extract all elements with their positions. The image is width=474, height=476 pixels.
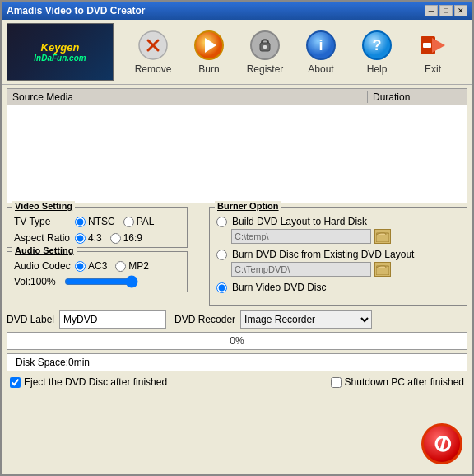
burner-burn-video-radio[interactable]: [216, 282, 227, 293]
disk-space-row: Disk Space:0min: [7, 353, 467, 371]
tv-ntsc-option[interactable]: NTSC: [75, 216, 115, 227]
video-setting-title: Video Setting: [12, 201, 75, 211]
shutdown-checkbox[interactable]: [331, 377, 342, 388]
dvd-label-input[interactable]: [59, 310, 166, 329]
progress-area: 0%: [7, 332, 467, 350]
main-window: Amadis Video to DVD Creator ─ □ ✕ Keygen…: [0, 0, 474, 476]
build-layout-path-row: [231, 229, 460, 244]
about-button[interactable]: i About: [293, 27, 349, 77]
build-layout-folder-btn[interactable]: [374, 229, 391, 244]
svg-marker-11: [432, 38, 445, 53]
help-icon: ?: [360, 29, 393, 62]
progress-bar: 0%: [7, 332, 467, 350]
logo-area: Keygen InDaFun.com: [7, 23, 114, 81]
maximize-button[interactable]: □: [439, 5, 453, 16]
eject-check-label[interactable]: Eject the DVD Disc after finished: [10, 376, 167, 388]
exit-icon: [416, 29, 449, 62]
file-list-body[interactable]: [7, 105, 467, 203]
burner-burn-existing-row: Burn DVD Disc from Existing DVD Layout: [216, 249, 460, 260]
register-icon: [249, 29, 281, 62]
svg-rect-5: [263, 45, 267, 49]
burner-option-panel: Burner Option Build DVD Layout to Hard D…: [209, 207, 467, 306]
burn-existing-path-row: [231, 262, 460, 277]
burner-build-layout-radio[interactable]: [216, 217, 227, 227]
tv-pal-option[interactable]: PAL: [123, 216, 155, 227]
burn-button[interactable]: Burn: [181, 27, 237, 77]
codec-row: Audio Codec AC3 MP2: [14, 260, 180, 272]
burn-existing-path-input[interactable]: [231, 262, 371, 277]
vol-row: Vol:100%: [14, 275, 180, 288]
dvd-label-group: DVD Label: [7, 310, 166, 329]
remove-button[interactable]: Remove: [125, 27, 181, 77]
main-content: Source Media Duration Video Setting TV T…: [2, 85, 472, 474]
eject-checkbox[interactable]: [10, 377, 21, 388]
aspect-169-option[interactable]: 16:9: [110, 232, 142, 244]
build-layout-path-input[interactable]: [231, 229, 371, 244]
about-icon: i: [304, 29, 337, 62]
svg-text:i: i: [318, 37, 323, 54]
codec-ac3-radio[interactable]: [75, 261, 86, 272]
aspect-43-option[interactable]: 4:3: [75, 232, 102, 244]
remove-label: Remove: [135, 63, 172, 75]
settings-row: Video Setting TV Type NTSC PAL: [7, 207, 467, 306]
minimize-button[interactable]: ─: [425, 5, 438, 16]
burner-burn-existing-label: Burn DVD Disc from Existing DVD Layout: [232, 249, 414, 260]
aspect-options: 4:3 16:9: [75, 232, 142, 244]
close-button[interactable]: ✕: [454, 5, 467, 16]
help-button[interactable]: ? Help: [349, 27, 405, 77]
bottom-checks: Eject the DVD Disc after finished Shutdo…: [7, 375, 467, 390]
burner-burn-existing-radio[interactable]: [216, 250, 227, 260]
register-label: Register: [247, 63, 284, 75]
eject-label: Eject the DVD Disc after finished: [24, 376, 167, 388]
svg-text:?: ?: [373, 37, 382, 54]
help-label: Help: [367, 63, 388, 75]
codec-options: AC3 MP2: [75, 260, 149, 272]
video-setting-panel: Video Setting TV Type NTSC PAL: [7, 207, 188, 248]
tv-pal-label: PAL: [137, 216, 155, 227]
burner-build-layout-row: Build DVD Layout to Hard Disk: [216, 216, 460, 227]
tv-type-options: NTSC PAL: [75, 216, 154, 227]
logo-indafun: InDaFun.com: [34, 54, 86, 63]
window-controls: ─ □ ✕: [425, 5, 467, 16]
tv-type-row: TV Type NTSC PAL: [14, 216, 180, 227]
progress-label: 0%: [230, 335, 244, 347]
label-recoder-row: DVD Label DVD Recoder Image Recorder: [7, 310, 467, 329]
burner-burn-video-row: Burn Video DVD Disc: [216, 282, 460, 293]
shutdown-check-label[interactable]: Shutdown PC after finished: [331, 376, 464, 388]
codec-ac3-label: AC3: [88, 260, 107, 272]
codec-mp2-radio[interactable]: [115, 261, 126, 272]
about-label: About: [308, 63, 333, 75]
exit-label: Exit: [425, 63, 441, 75]
dvd-recoder-select[interactable]: Image Recorder: [240, 310, 372, 329]
aspect-43-radio[interactable]: [75, 233, 86, 244]
disk-space-label: Disk Space:0min: [16, 357, 90, 368]
svg-rect-12: [423, 43, 431, 48]
toolbar: Keygen InDaFun.com Remove: [2, 20, 472, 85]
codec-label: Audio Codec: [14, 260, 72, 272]
audio-setting-panel: Audio Setting Audio Codec AC3 MP2: [7, 251, 188, 292]
dvd-recoder-text: DVD Recoder: [174, 314, 235, 325]
dvd-label-text: DVD Label: [7, 314, 54, 325]
vol-slider[interactable]: [64, 275, 138, 288]
burn-existing-folder-btn[interactable]: [374, 262, 391, 277]
window-title: Amadis Video to DVD Creator: [7, 5, 145, 16]
exit-button[interactable]: Exit: [405, 27, 461, 77]
col-duration: Duration: [368, 91, 467, 103]
codec-ac3-option[interactable]: AC3: [75, 260, 107, 272]
tv-pal-radio[interactable]: [123, 217, 134, 227]
aspect-169-radio[interactable]: [110, 233, 121, 244]
vol-label: Vol:100%: [14, 276, 56, 287]
remove-icon: [137, 29, 170, 62]
dvd-recoder-group: DVD Recoder Image Recorder: [174, 310, 372, 329]
register-button[interactable]: Register: [237, 27, 293, 77]
aspect-169-label: 16:9: [123, 232, 142, 244]
codec-mp2-option[interactable]: MP2: [115, 260, 149, 272]
tv-ntsc-radio[interactable]: [75, 217, 86, 227]
logo-keygen: Keygen: [34, 41, 86, 54]
tv-type-label: TV Type: [14, 216, 72, 227]
aspect-label: Aspect Ratio: [14, 232, 72, 244]
toolbar-buttons: Remove Burn: [117, 27, 467, 77]
aspect-43-label: 4:3: [88, 232, 102, 244]
audio-setting-title: Audio Setting: [12, 245, 77, 255]
burner-build-layout-label: Build DVD Layout to Hard Disk: [232, 216, 367, 227]
